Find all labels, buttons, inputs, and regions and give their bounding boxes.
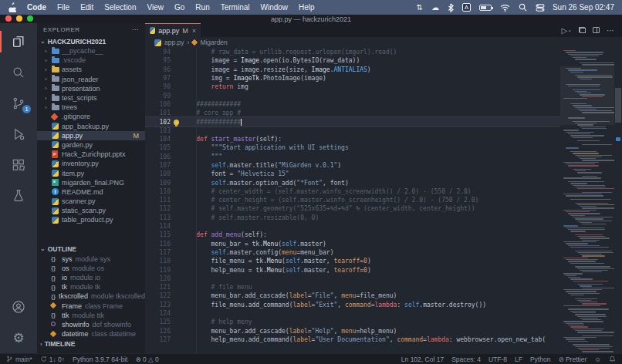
outline-item-showinfo[interactable]: showinfodef showinfo — [37, 320, 145, 329]
code-line-127[interactable]: 127 help_menu.add_command(label="User Do… — [145, 335, 560, 344]
menu-item-go[interactable]: Go — [174, 3, 184, 12]
status-left-1↓[interactable]: 1↓ 0↑ — [40, 356, 65, 363]
scrollbar-thumb[interactable] — [615, 88, 621, 123]
code-line-101[interactable]: 101 # core app # — [145, 109, 560, 117]
menu-bar-clock[interactable]: Sun 26 Sep 02:47 — [553, 3, 614, 12]
code-line-104[interactable]: 104 def start_master(self): — [145, 135, 560, 143]
status-right-utf-8[interactable]: UTF-8 — [488, 356, 507, 363]
outline-item-sys[interactable]: {}sysmodule sys — [37, 254, 145, 264]
window-title-bar[interactable]: app.py — hackzurich2021 — [0, 15, 622, 23]
menu-item-terminal[interactable]: Terminal — [221, 3, 250, 12]
file-tree-item-json-reader[interactable]: ›json_reader — [37, 75, 145, 84]
code-line-103[interactable]: 103 — [145, 126, 560, 135]
cloud-icon[interactable]: ☁ — [431, 3, 439, 12]
file-tree-item-scanner-py[interactable]: scanner.py — [37, 197, 145, 206]
file-tree-item-table-product-py[interactable]: table_product.py — [37, 215, 145, 224]
run-python-file-button[interactable]: ▷⌄ — [561, 26, 572, 35]
code-line-97[interactable]: 97 img = ImageTk.PhotoImage(image) — [145, 74, 560, 83]
outline-item-Frame[interactable]: Frameclass Frame — [37, 302, 145, 311]
code-line-126[interactable]: 126 menu_bar.add_cascade(label="Help", m… — [145, 327, 560, 335]
apple-icon[interactable] — [8, 2, 16, 12]
status-right-⊘[interactable]: ⊘ Prettier — [558, 356, 587, 363]
code-lines[interactable]: 94 # raw_data = urllib.request.urlopen(i… — [145, 48, 560, 353]
file-tree-item-item-py[interactable]: item.py — [37, 168, 145, 177]
minimize-window-button[interactable] — [16, 15, 22, 22]
menu-item-help[interactable]: Help — [299, 3, 315, 12]
file-tree-item-static-scan-py[interactable]: static_scan.py — [37, 206, 145, 215]
code-line-95[interactable]: 95 image = Image.open(io.BytesIO(raw_dat… — [145, 56, 560, 65]
code-line-94[interactable]: 94 # raw_data = urllib.request.urlopen(i… — [145, 48, 560, 56]
code-line-116[interactable]: 116 menu_bar = tk.Menu(self.master) — [145, 240, 560, 248]
code-line-102[interactable]: 102 ############ — [145, 117, 560, 126]
code-line-105[interactable]: 105 """Start application with UI setting… — [145, 143, 560, 152]
tab-close-icon[interactable]: × — [192, 27, 196, 35]
control-center-icon[interactable] — [536, 4, 545, 12]
code-line-119[interactable]: 119 help_menu = tk.Menu(self.master, tea… — [145, 265, 560, 274]
code-line-108[interactable]: 108 font = "Helvetica 15" — [145, 170, 560, 178]
code-line-117[interactable]: 117 self.master.config(menu=menu_bar) — [145, 248, 560, 257]
bluetooth-icon[interactable] — [448, 3, 454, 12]
open-changes-icon[interactable] — [579, 27, 586, 33]
activity-extensions-icon[interactable] — [0, 150, 37, 180]
outline-item-io[interactable]: {}iomodule io — [37, 273, 145, 282]
activity-source-control-icon[interactable]: 1 — [0, 88, 37, 119]
scrollbar[interactable] — [614, 48, 622, 353]
breadcrumb-file[interactable]: app.py — [164, 39, 184, 46]
file-tree-item--gitignore[interactable]: .gitignore — [37, 112, 145, 121]
close-window-button[interactable] — [5, 15, 12, 22]
activity-explorer-icon[interactable] — [0, 26, 37, 57]
menu-item-edit[interactable]: Edit — [80, 3, 93, 12]
activity-run-debug-icon[interactable] — [0, 119, 37, 150]
code-line-110[interactable]: 110 # center_width = (self.master.winfo_… — [145, 187, 560, 196]
outline-item-datetime[interactable]: datetimeclass datetime — [37, 329, 145, 339]
code-line-120[interactable]: 120 — [145, 275, 560, 283]
code-line-112[interactable]: 112 # self.master.geometry("525x635+%d+%… — [145, 204, 560, 213]
code-line-109[interactable]: 109 self.master.option_add("*Font", font… — [145, 178, 560, 187]
file-tree-item-app-backup-py[interactable]: app_backup.py — [37, 122, 145, 131]
activity-accounts-icon[interactable] — [0, 292, 37, 322]
project-root-folder[interactable]: ⌄ HACKZURICH2021 — [37, 36, 145, 46]
file-tree-item-garden-py[interactable]: garden.py — [37, 140, 145, 150]
status-right-☺[interactable]: ☺ — [594, 356, 601, 363]
split-editor-icon[interactable] — [593, 27, 600, 33]
breadcrumb-symbol[interactable]: Migarden — [200, 39, 227, 46]
tab-app-py[interactable]: app.py M × — [145, 23, 201, 37]
code-line-122[interactable]: 122 menu_bar.add_cascade(label="File", m… — [145, 292, 560, 300]
outline-item-ttk[interactable]: {}ttkmodule ttk — [37, 311, 145, 320]
file-tree-item-trees[interactable]: ›trees — [37, 103, 145, 112]
menu-item-selection[interactable]: Selection — [104, 3, 136, 12]
minimap-slider[interactable] — [560, 66, 614, 125]
status-right-bell[interactable] — [609, 356, 616, 362]
wifi-icon[interactable] — [500, 4, 510, 12]
menu-item-window[interactable]: Window — [261, 3, 289, 12]
file-tree-item-readme-md[interactable]: iREADME.md — [37, 187, 145, 197]
file-tree-item-assets[interactable]: ›assets — [37, 65, 145, 74]
menu-item-view[interactable]: View — [147, 3, 164, 12]
code-line-114[interactable]: 114 — [145, 222, 560, 231]
file-tree-item-presentation[interactable]: ›presentation — [37, 84, 145, 93]
battery-icon[interactable] — [479, 5, 492, 11]
code-line-118[interactable]: 118 file_menu = tk.Menu(self.master, tea… — [145, 257, 560, 265]
activity-search-icon[interactable] — [0, 57, 37, 88]
search-icon[interactable] — [519, 3, 527, 12]
input-source-a-icon[interactable]: A — [462, 3, 471, 12]
code-line-115[interactable]: 115 def add_menu(self): — [145, 231, 560, 239]
updown-arrows-icon[interactable]: ⇅ — [417, 3, 423, 12]
status-right-python[interactable]: Python — [530, 356, 550, 363]
code-line-107[interactable]: 107 self.master.title("MiGarden v.0.1") — [145, 161, 560, 170]
outline-section-header[interactable]: ⌄ OUTLINE — [37, 244, 145, 254]
file-tree-item--pycache-[interactable]: ›__pycache__ — [37, 46, 145, 56]
file-tree-item-test-scripts[interactable]: ›test_scripts — [37, 93, 145, 103]
code-line-96[interactable]: 96 image = image.resize(size, Image.ANTI… — [145, 66, 560, 74]
minimap[interactable] — [560, 48, 614, 353]
breadcrumb[interactable]: app.py › Migarden — [145, 37, 622, 48]
status-left-main*[interactable]: main* — [6, 356, 32, 363]
code-line-124[interactable]: 124 — [145, 309, 560, 318]
file-tree-item-inventory-py[interactable]: inventory.py — [37, 159, 145, 168]
more-actions-icon[interactable]: ⋯ — [607, 26, 614, 35]
outline-item-os[interactable]: {}osmodule os — [37, 264, 145, 273]
code-line-121[interactable]: 121 # file menu — [145, 283, 560, 292]
file-tree-item-migarden-final-png[interactable]: migarden_final.PNG — [37, 178, 145, 187]
timeline-section-header[interactable]: › TIMELINE — [37, 339, 145, 349]
code-line-113[interactable]: 113 # self.master.resizable(0, 0) — [145, 214, 560, 222]
